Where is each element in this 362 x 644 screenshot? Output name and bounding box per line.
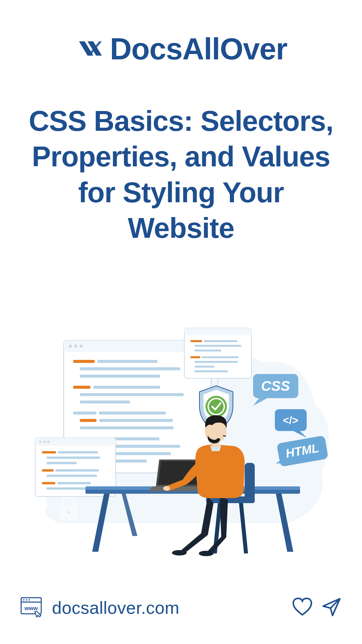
svg-rect-15 — [73, 412, 97, 415]
svg-rect-18 — [99, 419, 173, 422]
svg-rect-11 — [73, 386, 90, 389]
hero-illustration: CSS </> HTML — [20, 322, 342, 564]
svg-rect-50 — [42, 482, 55, 484]
page-title: CSS Basics: Selectors, Properties, and V… — [0, 103, 362, 246]
svg-rect-33 — [202, 356, 239, 358]
svg-rect-36 — [194, 370, 228, 372]
svg-point-76 — [28, 599, 30, 601]
svg-point-6 — [80, 345, 83, 348]
svg-rect-19 — [80, 426, 174, 429]
svg-rect-12 — [93, 386, 160, 389]
svg-point-74 — [23, 599, 24, 601]
svg-rect-29 — [204, 340, 237, 342]
footer: www docsallover.com — [0, 597, 362, 619]
svg-rect-45 — [47, 457, 100, 459]
svg-rect-28 — [190, 340, 202, 342]
heart-icon[interactable] — [292, 597, 313, 619]
svg-rect-46 — [47, 462, 77, 464]
svg-rect-34 — [194, 361, 238, 363]
svg-rect-13 — [80, 393, 184, 396]
svg-point-5 — [74, 345, 77, 348]
svg-rect-24 — [111, 452, 171, 455]
svg-rect-17 — [80, 419, 97, 422]
send-icon[interactable] — [321, 597, 342, 619]
svg-rect-47 — [42, 469, 54, 472]
svg-point-66 — [172, 550, 187, 555]
svg-rect-27 — [184, 328, 251, 335]
svg-text:www: www — [24, 605, 38, 611]
svg-rect-32 — [190, 356, 200, 358]
svg-point-75 — [26, 599, 27, 601]
svg-rect-8 — [97, 360, 158, 363]
svg-rect-10 — [80, 375, 160, 378]
svg-rect-9 — [80, 367, 180, 370]
svg-point-41 — [43, 441, 46, 443]
svg-text:CSS: CSS — [261, 378, 290, 394]
svg-point-4 — [69, 345, 72, 348]
svg-rect-49 — [47, 475, 97, 477]
svg-rect-31 — [194, 350, 221, 352]
svg-point-55 — [209, 399, 224, 414]
svg-point-67 — [199, 551, 214, 556]
svg-rect-43 — [42, 451, 56, 453]
svg-point-42 — [47, 441, 50, 443]
logo-icon — [75, 34, 103, 64]
svg-rect-30 — [194, 345, 241, 347]
footer-left: www docsallover.com — [20, 597, 179, 619]
website-url[interactable]: docsallover.com — [52, 598, 179, 618]
svg-rect-65 — [245, 463, 255, 500]
svg-rect-35 — [194, 366, 215, 368]
svg-rect-16 — [99, 412, 166, 415]
svg-rect-44 — [58, 451, 98, 453]
footer-right — [292, 597, 342, 619]
svg-point-71 — [223, 430, 227, 436]
svg-rect-7 — [73, 360, 95, 363]
svg-rect-48 — [55, 469, 99, 472]
header: DocsAllOver — [0, 0, 362, 66]
svg-rect-51 — [57, 482, 91, 484]
svg-rect-14 — [80, 400, 130, 404]
svg-text:</>: </> — [283, 414, 298, 426]
svg-point-40 — [39, 441, 42, 443]
brand-name: DocsAllOver — [110, 32, 287, 66]
svg-point-68 — [163, 486, 170, 491]
website-icon: www — [20, 597, 44, 619]
svg-point-1 — [67, 511, 70, 514]
